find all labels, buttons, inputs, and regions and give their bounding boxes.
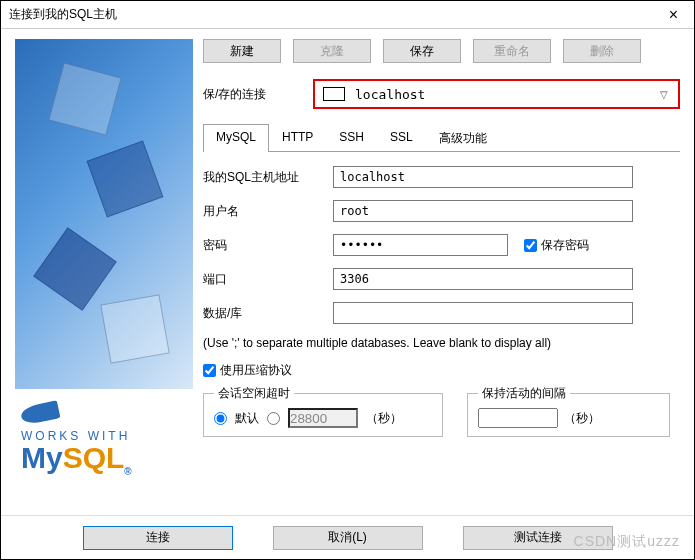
host-input[interactable] bbox=[333, 166, 633, 188]
idle-default-label: 默认 bbox=[235, 410, 259, 427]
database-input[interactable] bbox=[333, 302, 633, 324]
sidebar-image bbox=[15, 39, 193, 389]
password-input[interactable] bbox=[333, 234, 508, 256]
keepalive-input[interactable] bbox=[478, 408, 558, 428]
cancel-button[interactable]: 取消(L) bbox=[273, 526, 423, 550]
chevron-down-icon[interactable]: ▽ bbox=[652, 89, 676, 100]
tab-advanced[interactable]: 高级功能 bbox=[426, 124, 500, 152]
database-hint: (Use ';' to separate multiple databases.… bbox=[203, 336, 680, 350]
idle-custom-radio[interactable] bbox=[267, 412, 280, 425]
new-button[interactable]: 新建 bbox=[203, 39, 281, 63]
compress-label: 使用压缩协议 bbox=[220, 362, 292, 379]
connect-button[interactable]: 连接 bbox=[83, 526, 233, 550]
test-connection-button[interactable]: 测试连接 bbox=[463, 526, 613, 550]
clone-button: 克隆 bbox=[293, 39, 371, 63]
keepalive-seconds-label: （秒） bbox=[564, 410, 600, 427]
database-label: 数据/库 bbox=[203, 305, 333, 322]
close-icon[interactable]: × bbox=[661, 6, 686, 24]
idle-legend: 会话空闲超时 bbox=[214, 385, 294, 402]
tab-ssl[interactable]: SSL bbox=[377, 124, 426, 152]
idle-seconds-label: （秒） bbox=[366, 410, 402, 427]
save-button[interactable]: 保存 bbox=[383, 39, 461, 63]
keepalive-group: 保持活动的间隔 （秒） bbox=[467, 385, 670, 437]
saved-connection-dropdown[interactable]: localhost ▽ bbox=[313, 79, 680, 109]
dolphin-icon bbox=[21, 404, 66, 426]
connection-icon bbox=[323, 87, 345, 101]
idle-timeout-group: 会话空闲超时 默认 （秒） bbox=[203, 385, 443, 437]
idle-default-radio[interactable] bbox=[214, 412, 227, 425]
mysql-logo: WORKS WITH MySQL® bbox=[15, 404, 193, 477]
save-password-checkbox[interactable] bbox=[524, 239, 537, 252]
port-label: 端口 bbox=[203, 271, 333, 288]
rename-button: 重命名 bbox=[473, 39, 551, 63]
save-password-label: 保存密码 bbox=[541, 237, 589, 254]
window-title: 连接到我的SQL主机 bbox=[9, 6, 117, 23]
port-input[interactable] bbox=[333, 268, 633, 290]
saved-connection-value: localhost bbox=[355, 87, 652, 102]
saved-connection-label: 保/存的连接 bbox=[203, 86, 313, 103]
password-label: 密码 bbox=[203, 237, 333, 254]
host-label: 我的SQL主机地址 bbox=[203, 169, 333, 186]
idle-custom-input[interactable] bbox=[288, 408, 358, 428]
tab-ssh[interactable]: SSH bbox=[326, 124, 377, 152]
user-label: 用户名 bbox=[203, 203, 333, 220]
compress-checkbox[interactable] bbox=[203, 364, 216, 377]
tab-mysql[interactable]: MySQL bbox=[203, 124, 269, 152]
keepalive-legend: 保持活动的间隔 bbox=[478, 385, 570, 402]
user-input[interactable] bbox=[333, 200, 633, 222]
tab-http[interactable]: HTTP bbox=[269, 124, 326, 152]
delete-button: 删除 bbox=[563, 39, 641, 63]
